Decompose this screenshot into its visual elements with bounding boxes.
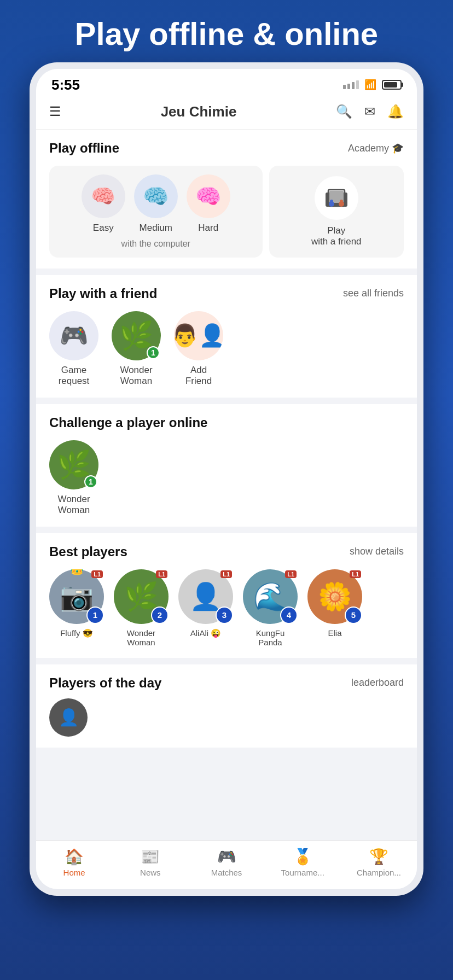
- player-2-name: WonderWoman: [127, 628, 155, 647]
- banner-title: Play offline & online: [75, 16, 378, 51]
- player-item-1[interactable]: 👑 📷 L1 1 Fluffy 😎: [49, 569, 104, 638]
- player-3-level-badge: L1: [220, 570, 232, 578]
- wifi-icon: 📶: [364, 79, 376, 91]
- brain-easy-icon: 🧠: [91, 185, 115, 208]
- crown-icon: 👑: [69, 569, 84, 576]
- phone-frame: 5:55 📶 ☰ Jeu Chimie 🔍 ✉ 🔔: [30, 62, 423, 896]
- player-item-3[interactable]: 👤 L1 3 AliAli 😜: [178, 569, 233, 638]
- player-1-rank-badge: 1: [86, 606, 104, 624]
- tab-news-label: News: [140, 868, 161, 877]
- hard-mode-item[interactable]: 🧠 Hard: [187, 174, 230, 234]
- challenge-online-section: Challenge a player online 🌿 1 WonderWoma…: [36, 404, 417, 527]
- potd-preview-row: 👤: [49, 698, 404, 737]
- battery-icon: [382, 80, 402, 90]
- easy-mode-circle: 🧠: [82, 174, 125, 218]
- friends-row: 🎮 Gamerequest 🌿 1 WonderWom: [49, 311, 404, 387]
- play-with-friend-header: Play with a friend see all friends: [49, 286, 404, 301]
- challenge-ww-badge: 1: [84, 475, 97, 488]
- hamburger-menu-icon[interactable]: ☰: [49, 104, 61, 119]
- player-item-4[interactable]: 🌊 L1 4 KungFuPanda: [243, 569, 298, 647]
- add-person-icon: 👨‍👤: [174, 323, 223, 348]
- home-icon: 🏠: [65, 848, 84, 866]
- svg-point-4: [330, 200, 333, 203]
- tab-home[interactable]: 🏠 Home: [36, 848, 112, 877]
- mail-icon[interactable]: ✉: [364, 104, 375, 119]
- tab-tournament-label: Tourname...: [281, 868, 324, 877]
- tab-news[interactable]: 📰 News: [112, 848, 188, 877]
- news-icon: 📰: [141, 848, 160, 866]
- tab-matches-label: Matches: [211, 868, 242, 877]
- easy-mode-item[interactable]: 🧠 Easy: [82, 174, 125, 234]
- leaderboard-link[interactable]: leaderboard: [351, 677, 404, 689]
- medium-mode-circle: 🧠: [134, 174, 178, 218]
- player-4-level-badge: L1: [285, 570, 297, 578]
- player-2-rank-badge: 2: [151, 606, 169, 624]
- status-icons: 📶: [343, 79, 402, 91]
- medium-mode-label: Medium: [140, 223, 172, 234]
- status-bar: 5:55 📶: [36, 69, 417, 98]
- hard-mode-label: Hard: [198, 223, 218, 234]
- challenge-ww-img: 🌿: [57, 449, 91, 481]
- champion-icon: 🏆: [369, 848, 388, 866]
- top-navigation: ☰ Jeu Chimie 🔍 ✉ 🔔: [36, 98, 417, 130]
- game-request-name: Gamerequest: [59, 365, 90, 387]
- search-icon[interactable]: 🔍: [336, 104, 352, 119]
- brain-medium-icon: 🧠: [143, 184, 169, 208]
- see-all-friends-link[interactable]: see all friends: [343, 288, 404, 299]
- signal-dots-icon: [343, 80, 359, 89]
- with-computer-label: with the computer: [121, 239, 190, 249]
- play-friend-icon: [315, 176, 358, 220]
- player-3-rank-badge: 3: [216, 606, 233, 624]
- status-time: 5:55: [51, 77, 80, 94]
- player-item-2[interactable]: 🌿 L1 2 WonderWoman: [114, 569, 169, 647]
- best-players-row: 👑 📷 L1 1 Fluffy 😎 🌿: [49, 569, 404, 647]
- wonder-woman-avatar-img: 🌿: [119, 320, 153, 352]
- tournament-icon: 🏅: [293, 848, 312, 866]
- player-1-level-badge: L1: [91, 570, 103, 578]
- challenge-players-row: 🌿 1 WonderWoman: [49, 440, 404, 516]
- player-2-level-badge: L1: [156, 570, 167, 578]
- wonder-woman-friend-item[interactable]: 🌿 1 WonderWoman: [112, 311, 161, 387]
- best-players-section: Best players show details 👑 📷 L1 1: [36, 533, 417, 658]
- challenge-ww-name: WonderWoman: [57, 494, 90, 516]
- add-friend-item[interactable]: 👨‍👤 AddFriend: [174, 311, 223, 387]
- player-4-name: KungFuPanda: [256, 628, 285, 647]
- player-4-avatar-wrap: 🌊 L1 4: [243, 569, 298, 624]
- play-offline-section: Play offline Academy 🎓 🧠 Easy: [36, 130, 417, 269]
- play-friend-label: Play with a friend: [311, 225, 362, 247]
- wonder-woman-name: WonderWoman: [120, 365, 152, 387]
- add-friend-name: AddFriend: [185, 365, 212, 387]
- play-offline-grid: 🧠 Easy 🧠 Medium: [49, 166, 404, 258]
- game-request-item[interactable]: 🎮 Gamerequest: [49, 311, 98, 387]
- play-with-friend-card[interactable]: Play with a friend: [269, 166, 404, 258]
- app-banner: Play offline & online: [0, 0, 453, 62]
- potd-title: Players of the day: [49, 675, 161, 691]
- game-request-avatar-container: 🎮: [49, 311, 98, 360]
- tab-champion[interactable]: 🏆 Champion...: [341, 848, 417, 877]
- add-friend-avatar-container: 👨‍👤: [174, 311, 223, 360]
- challenge-ww-avatar-container: 🌿 1: [49, 440, 98, 489]
- matches-icon: 🎮: [217, 848, 236, 866]
- game-request-avatar: 🎮: [49, 311, 98, 360]
- best-players-title: Best players: [49, 544, 127, 559]
- player-3-avatar-wrap: 👤 L1 3: [178, 569, 233, 624]
- tab-tournament[interactable]: 🏅 Tourname...: [265, 848, 341, 877]
- player-2-avatar-wrap: 🌿 L1 2: [114, 569, 169, 624]
- bell-icon[interactable]: 🔔: [387, 104, 404, 119]
- player-item-5[interactable]: 🌼 L1 5 Elia: [307, 569, 362, 638]
- play-with-friend-section: Play with a friend see all friends 🎮 Gam…: [36, 275, 417, 398]
- potd-avatar-1: 👤: [49, 698, 88, 737]
- challenge-wonder-woman-item[interactable]: 🌿 1 WonderWoman: [49, 440, 98, 516]
- best-players-header: Best players show details: [49, 544, 404, 559]
- wonder-woman-avatar-container: 🌿 1: [112, 311, 161, 360]
- tab-matches[interactable]: 🎮 Matches: [188, 848, 264, 877]
- play-with-friend-title: Play with a friend: [49, 286, 157, 301]
- player-5-name: Elia: [328, 628, 341, 638]
- medium-mode-item[interactable]: 🧠 Medium: [134, 174, 178, 234]
- player-4-rank-badge: 4: [280, 606, 298, 624]
- main-content: Play offline Academy 🎓 🧠 Easy: [36, 130, 417, 841]
- hard-mode-circle: 🧠: [187, 174, 230, 218]
- academy-link[interactable]: Academy 🎓: [348, 142, 404, 154]
- show-details-link[interactable]: show details: [350, 546, 404, 557]
- easy-mode-label: Easy: [93, 223, 114, 234]
